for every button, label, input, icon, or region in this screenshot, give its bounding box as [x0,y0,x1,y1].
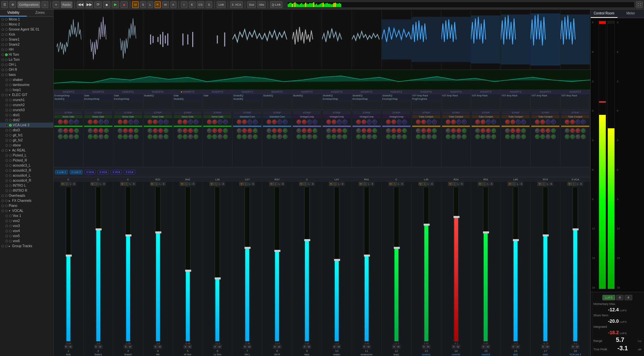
ch-e-btn-15[interactable]: E [520,182,524,186]
knob2-10-1[interactable] [362,128,366,133]
eq-btn[interactable]: E [189,1,196,8]
insert-btn[interactable]: I [181,1,187,8]
tab-zones[interactable]: Zones [27,9,54,16]
knob-2-2[interactable] [128,120,133,124]
knob-15-2[interactable] [516,120,521,124]
knob3-11-3[interactable] [402,134,407,139]
insert-slot-17-0[interactable]: VST Amp Rack [560,94,590,97]
configurations-btn[interactable]: Configurations [17,1,40,8]
knob-5-2[interactable] [218,120,222,124]
knob3-8-1[interactable] [302,134,307,139]
strip-plugin-17[interactable]: Tube Compre [561,115,589,118]
ch-s-btn-2[interactable]: S [125,182,128,186]
knob2-8-0[interactable] [297,128,301,133]
waveform-track-8[interactable] [262,9,292,70]
ch-w-btn-6[interactable]: W [247,345,252,349]
fader-handle-6[interactable] [245,247,251,249]
ch-l-btn-7[interactable]: L [278,182,281,186]
knob3-5-1[interactable] [212,134,217,139]
ch-l-btn-8[interactable]: L [308,182,311,186]
sidebar-item-vox_1[interactable]: Vox 1 [0,213,53,218]
ch-e-btn-8[interactable]: E [311,182,315,186]
knob-4-2[interactable] [188,120,193,124]
knob3-8-2[interactable] [307,134,312,139]
sidebar-item-loop1[interactable]: loop1 [0,87,53,92]
knob2-13-1[interactable] [451,128,456,133]
waveform-track-12[interactable] [382,9,412,70]
mode-m-btn[interactable]: M [132,1,139,8]
mixer-header-badge-5[interactable]: 3 VCA [124,170,135,174]
knob2-5-2[interactable] [218,128,222,133]
knob-15-3[interactable] [521,120,526,124]
knob3-9-3[interactable] [342,134,347,139]
knob2-15-3[interactable] [521,128,526,133]
ch-r-btn-4[interactable]: R [183,345,187,349]
knob-17-0[interactable] [565,120,570,124]
knob-4-0[interactable] [177,120,182,124]
ch-e-btn-4[interactable]: E [192,182,196,186]
sidebar-item-git_fx2[interactable]: git_fx2 [0,138,53,143]
home-icon[interactable]: ⌂ [42,1,48,8]
sidebar-item-vocal[interactable]: ▾VOCAL [0,208,53,213]
knob-2-3[interactable] [134,120,139,124]
mixer-header-badge-3[interactable]: 3 VCA [98,170,109,174]
knob3-10-1[interactable] [362,134,366,139]
knob-1-0[interactable] [88,120,93,124]
knob-14-2[interactable] [486,120,491,124]
ch-w-btn-7[interactable]: W [277,345,281,349]
waveform-track-16[interactable] [501,9,531,70]
fastforward-btn[interactable]: ▶▶ [86,1,93,8]
knob-10-3[interactable] [372,120,377,124]
sidebar-item-tambourine[interactable]: tambourine [0,82,53,87]
sidebar-item-lo_tom[interactable]: Lo Tom [0,57,53,62]
knob-9-2[interactable] [337,120,342,124]
sidebar-item-vox4[interactable]: vox4 [0,228,53,233]
knob3-15-1[interactable] [511,134,515,139]
ch-w-btn-14[interactable]: W [486,345,490,349]
knob2-13-2[interactable] [457,128,461,133]
knob2-5-1[interactable] [212,128,217,133]
knob3-2-1[interactable] [123,134,128,139]
knob2-2-0[interactable] [118,128,122,133]
fader-handle-10[interactable] [364,255,370,257]
ch-s-btn-0[interactable]: S [65,182,69,186]
ch-l-btn-3[interactable]: L [158,182,162,186]
knob2-14-1[interactable] [481,128,485,133]
knob2-12-1[interactable] [421,128,426,133]
knob2-10-0[interactable] [356,128,361,133]
knob3-8-3[interactable] [313,134,317,139]
ch-fader-9[interactable] [334,187,339,342]
knob-7-0[interactable] [267,120,271,124]
sidebar-item-picked_r[interactable]: Picked_R [0,158,53,163]
knob2-3-1[interactable] [153,128,158,133]
knob2-16-2[interactable] [546,128,550,133]
knob2-11-0[interactable] [386,128,391,133]
knob-10-0[interactable] [356,120,361,124]
fader-handle-1[interactable] [96,228,102,230]
knob-13-3[interactable] [462,120,467,124]
sidebar-item-crunch1[interactable]: crunch1 [0,97,53,102]
knob3-12-2[interactable] [427,134,431,139]
ch-s-btn-13[interactable]: S [452,182,456,186]
knob-14-0[interactable] [475,120,480,124]
sidebar-item-snare2[interactable]: Snare2 [0,42,53,47]
knob-1-3[interactable] [104,120,109,124]
insert-slot-1-1[interactable]: EnvelopeShap [84,97,113,101]
knob2-17-3[interactable] [581,128,586,133]
knob-17-2[interactable] [576,120,580,124]
knob3-11-0[interactable] [386,134,391,139]
knob3-13-1[interactable] [451,134,456,139]
knob3-7-3[interactable] [283,134,287,139]
knob-14-3[interactable] [491,120,496,124]
sidebar-item-dist1[interactable]: dist1 [0,113,53,118]
rewind-btn[interactable]: ◀◀ [77,1,84,8]
stop-btn[interactable]: ■ [103,1,110,8]
knob3-0-0[interactable] [58,134,63,139]
sidebar-item-ebow[interactable]: ebow [0,143,53,148]
waveform-track-17[interactable] [531,9,560,70]
knob3-11-2[interactable] [397,134,401,139]
ch-s-btn-8[interactable]: S [304,182,307,186]
maximize-btn[interactable]: ⛶ [636,1,643,8]
ch-m-btn-1[interactable]: M [91,182,95,186]
sidebar-item-mono_1[interactable]: Mono 1 [0,17,53,22]
